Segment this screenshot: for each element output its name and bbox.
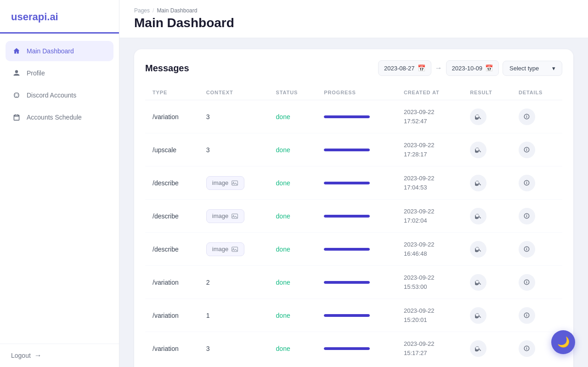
image-badge: image	[206, 242, 244, 256]
image-badge: image	[206, 176, 244, 190]
calendar-icon	[12, 113, 21, 122]
logout-button[interactable]: Logout →	[11, 351, 108, 360]
progress-bar-container	[324, 347, 370, 350]
date-from-value: 2023-08-27	[384, 65, 415, 72]
sidebar-item-main-dashboard[interactable]: Main Dashboard	[6, 41, 113, 61]
details-info-button[interactable]	[519, 109, 535, 125]
select-type-label: Select type	[509, 65, 539, 72]
result-search-button[interactable]	[470, 208, 486, 224]
date-to-value: 2023-10-09	[452, 65, 483, 72]
sidebar-item-discord-accounts[interactable]: Discord Accounts	[6, 85, 113, 105]
details-info-button[interactable]	[519, 142, 535, 158]
messages-header: Messages 2023-08-27 📅 → 2023-10-09 📅 Sel…	[145, 60, 562, 76]
image-badge: image	[206, 209, 244, 223]
cell-type: /variation	[145, 100, 199, 133]
progress-bar	[324, 115, 370, 118]
status-badge: done	[276, 146, 290, 154]
result-search-button[interactable]	[470, 109, 486, 125]
brand-logo: userapi.ai	[0, 0, 119, 32]
cell-progress	[317, 166, 396, 200]
result-search-button[interactable]	[470, 274, 486, 291]
details-info-button[interactable]	[519, 340, 535, 357]
status-badge: done	[276, 279, 290, 286]
table-header-row: TYPE CONTEXT STATUS PROGRESS CREATED AT …	[145, 85, 562, 100]
progress-bar-container	[324, 314, 370, 317]
progress-bar-container	[324, 215, 370, 218]
created-at-value: 2023-09-2215:20:01	[404, 306, 455, 324]
created-at-value: 2023-09-2215:17:27	[404, 339, 455, 357]
image-label: image	[212, 212, 228, 219]
result-search-button[interactable]	[470, 307, 486, 324]
dark-mode-toggle[interactable]: 🌙	[551, 330, 575, 354]
table-row: /describeimagedone2023-09-2216:46:48	[145, 233, 562, 266]
progress-bar	[324, 149, 370, 151]
col-created-at: CREATED AT	[396, 85, 463, 100]
created-at-value: 2023-09-2217:02:04	[404, 207, 455, 225]
cell-status: done	[269, 332, 317, 365]
cell-details	[511, 299, 562, 332]
created-at-value: 2023-09-2217:04:53	[404, 174, 455, 192]
logout-arrow-icon: →	[34, 351, 42, 360]
calendar-from-icon: 📅	[418, 64, 425, 72]
cell-status: done	[269, 100, 317, 133]
col-details: DETAILS	[511, 85, 562, 100]
sidebar-item-label-schedule: Accounts Schedule	[27, 114, 82, 121]
cell-result	[463, 200, 511, 233]
cell-details	[511, 200, 562, 233]
details-info-button[interactable]	[519, 274, 535, 291]
result-search-button[interactable]	[470, 175, 486, 191]
breadcrumb: Pages / Main Dashboard	[134, 7, 573, 14]
sidebar-nav: Main Dashboard Profile Discord Accounts …	[0, 37, 119, 344]
cell-type: /describe	[145, 200, 199, 233]
cell-progress	[317, 233, 396, 266]
moon-icon: 🌙	[557, 336, 570, 348]
col-context: CONTEXT	[199, 85, 269, 100]
cell-status: done	[269, 266, 317, 299]
cell-context: image	[199, 166, 269, 200]
table-row: /variation3done2023-09-2215:17:27	[145, 332, 562, 365]
logout-label: Logout	[11, 352, 31, 359]
progress-bar	[324, 215, 370, 218]
cell-created-at: 2023-09-2217:28:17	[396, 133, 463, 166]
cell-result	[463, 266, 511, 299]
cell-progress	[317, 200, 396, 233]
col-type: TYPE	[145, 85, 199, 100]
status-badge: done	[276, 345, 290, 352]
select-type-dropdown[interactable]: Select type ▾	[503, 61, 562, 76]
col-status: STATUS	[269, 85, 317, 100]
image-label: image	[212, 179, 228, 186]
details-info-button[interactable]	[519, 208, 535, 224]
details-info-button[interactable]	[519, 241, 535, 258]
details-info-button[interactable]	[519, 175, 535, 191]
cell-created-at: 2023-09-2217:04:53	[396, 166, 463, 200]
sidebar-item-accounts-schedule[interactable]: Accounts Schedule	[6, 107, 113, 127]
cell-context: 1	[199, 299, 269, 332]
cell-context: 3	[199, 100, 269, 133]
cell-result	[463, 166, 511, 200]
created-at-value: 2023-09-2216:46:48	[404, 240, 455, 258]
page-title: Main Dashboard	[134, 16, 573, 30]
cell-created-at: 2023-09-2215:17:27	[396, 332, 463, 365]
created-at-value: 2023-09-2217:28:17	[404, 141, 455, 159]
created-at-value: 2023-09-2217:52:47	[404, 108, 455, 126]
sidebar-item-profile[interactable]: Profile	[6, 63, 113, 83]
result-search-button[interactable]	[470, 142, 486, 158]
status-badge: done	[276, 246, 290, 253]
result-search-button[interactable]	[470, 340, 486, 357]
status-badge: done	[276, 179, 290, 187]
breadcrumb-pages[interactable]: Pages	[134, 7, 150, 14]
status-badge: done	[276, 312, 290, 319]
created-at-value: 2023-09-2215:53:00	[404, 273, 455, 291]
image-label: image	[212, 246, 228, 252]
result-search-button[interactable]	[470, 241, 486, 258]
status-badge: done	[276, 113, 290, 120]
cell-status: done	[269, 133, 317, 166]
date-to-input[interactable]: 2023-10-09 📅	[446, 60, 499, 76]
cell-details	[511, 266, 562, 299]
cell-progress	[317, 266, 396, 299]
cell-context: 3	[199, 332, 269, 365]
cell-details	[511, 133, 562, 166]
calendar-to-icon: 📅	[485, 64, 493, 72]
date-from-input[interactable]: 2023-08-27 📅	[378, 60, 431, 76]
details-info-button[interactable]	[519, 307, 535, 324]
